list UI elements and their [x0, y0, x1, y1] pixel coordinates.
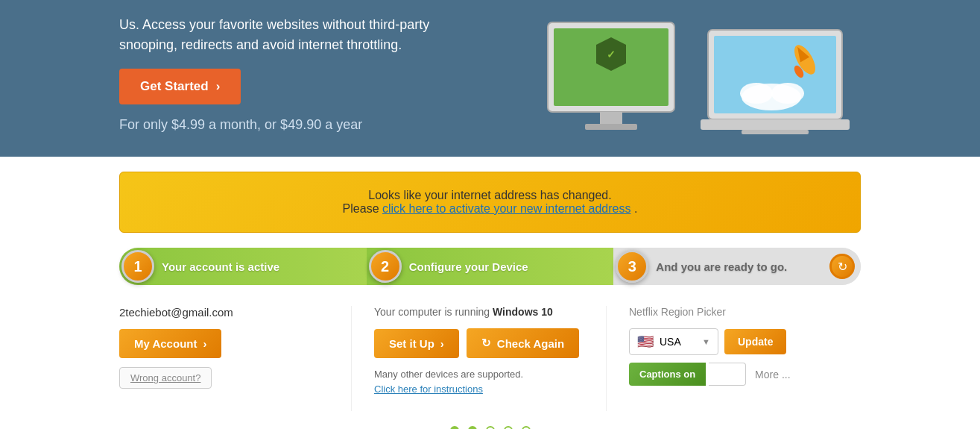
os-name: Windows 10	[493, 306, 553, 318]
svg-rect-4	[600, 112, 622, 124]
refresh-icon: ↻	[829, 254, 855, 279]
flag-usa-icon: 🇺🇸	[637, 334, 654, 350]
more-link[interactable]: More ...	[755, 369, 790, 381]
country-name: USA	[660, 336, 681, 348]
hero-section: Us. Access your favorite websites withou…	[0, 0, 980, 157]
wrong-account-link[interactable]: Wrong account?	[119, 367, 212, 389]
my-account-button[interactable]: My Account ›	[119, 329, 221, 358]
notice-line2: Please click here to activate your new i…	[136, 202, 844, 216]
step-2-number: 2	[369, 250, 402, 283]
dropdown-arrow-icon: ▼	[702, 337, 710, 346]
svg-point-9	[740, 83, 773, 104]
get-started-button[interactable]: Get Started ›	[119, 69, 241, 104]
notice-line1: Looks like your internet address has cha…	[136, 189, 844, 202]
steps-bar: 1 Your account is active 2 Configure you…	[119, 248, 861, 285]
netflix-title: Netflix Region Picker	[629, 306, 846, 318]
device-column: Your computer is running Windows 10 Set …	[351, 306, 606, 411]
dot-3	[486, 426, 495, 429]
set-it-up-button[interactable]: Set it Up ›	[374, 329, 459, 358]
refresh-icon: ↻	[481, 336, 491, 350]
dot-5	[522, 426, 531, 429]
region-selector[interactable]: 🇺🇸 USA ▼	[629, 328, 718, 355]
step-1: 1 Your account is active	[119, 248, 367, 285]
other-devices-text: Many other devices are supported. Click …	[374, 367, 591, 396]
device-actions: Set it Up › ↻ Check Again	[374, 328, 591, 358]
step-2-label: Configure your Device	[409, 260, 528, 273]
svg-rect-14	[701, 119, 850, 130]
computer-text: Your computer is running Windows 10	[374, 306, 591, 318]
instructions-link[interactable]: Click here for instructions	[374, 383, 483, 395]
chevron-right-icon: ›	[203, 337, 206, 350]
netflix-column: Netflix Region Picker 🇺🇸 USA ▼ Update Ca…	[606, 306, 861, 411]
step-2: 2 Configure your Device	[367, 248, 614, 285]
dot-2	[468, 426, 477, 429]
step-3: 3 And you are ready to go. ↻	[613, 248, 861, 285]
content-section: 2techiebot@gmail.com My Account › Wrong …	[119, 306, 861, 411]
hero-images: ✓	[533, 0, 920, 157]
step-3-label: And you are ready to go.	[656, 260, 787, 273]
price-text: For only $4.99 a month, or $49.90 a year	[119, 115, 492, 135]
check-again-button[interactable]: ↻ Check Again	[467, 328, 579, 358]
bottom-dots	[0, 411, 980, 429]
hero-description: Us. Access your favorite websites withou…	[119, 15, 492, 55]
notice-banner: Looks like your internet address has cha…	[119, 172, 861, 233]
dot-4	[504, 426, 513, 429]
captions-row: Captions on More ...	[629, 363, 846, 386]
svg-rect-15	[742, 130, 809, 134]
region-row: 🇺🇸 USA ▼ Update	[629, 328, 846, 355]
hero-text: Us. Access your favorite websites withou…	[119, 15, 492, 135]
svg-rect-5	[585, 124, 637, 130]
arrow-right-icon: ›	[216, 79, 221, 94]
laptop-illustration	[697, 22, 853, 157]
dot-1	[450, 426, 459, 429]
captions-button[interactable]: Captions on	[629, 363, 706, 386]
arrow-right-icon: ›	[440, 337, 444, 350]
svg-point-10	[771, 83, 804, 104]
monitor-illustration: ✓	[533, 15, 689, 157]
activate-link[interactable]: click here to activate your new internet…	[382, 202, 631, 215]
svg-text:✓: ✓	[607, 48, 616, 60]
captions-input[interactable]	[709, 363, 746, 386]
account-column: 2techiebot@gmail.com My Account › Wrong …	[119, 306, 351, 411]
step-3-number: 3	[616, 250, 648, 283]
update-button[interactable]: Update	[724, 329, 786, 354]
step-1-number: 1	[121, 250, 154, 283]
user-email: 2techiebot@gmail.com	[119, 306, 336, 319]
step-1-label: Your account is active	[162, 260, 279, 273]
